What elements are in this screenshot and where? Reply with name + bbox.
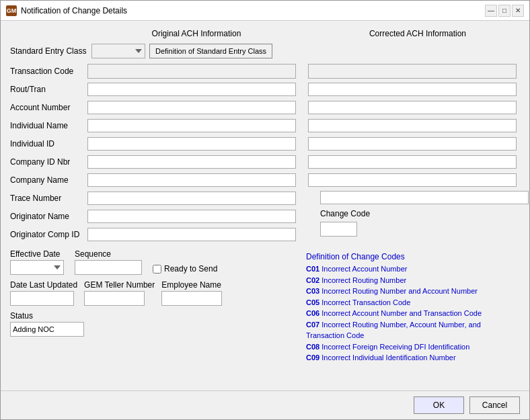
status-value: Adding NOC bbox=[10, 322, 84, 337]
date-last-updated-label: Date Last Updated bbox=[10, 280, 77, 290]
account-number-corr[interactable] bbox=[308, 101, 517, 114]
company-name-label: Company Name bbox=[10, 175, 87, 185]
date-gem-row: Date Last Updated GEM Teller Number Empl… bbox=[10, 280, 299, 306]
effective-date-dropdown[interactable] bbox=[10, 260, 64, 275]
definition-codes-section: Definition of Change Codes C01 Incorrect… bbox=[306, 249, 520, 364]
definition-code-item: C06 Incorrect Account Number and Transac… bbox=[306, 308, 520, 319]
change-code-section: Change Code bbox=[308, 191, 529, 237]
maximize-button[interactable]: □ bbox=[498, 5, 510, 17]
employee-name-label: Employee Name bbox=[161, 280, 222, 290]
change-code-label: Change Code bbox=[320, 209, 529, 218]
company-name-row: Company Name bbox=[10, 173, 520, 187]
company-name-orig[interactable] bbox=[87, 173, 296, 187]
originator-name-orig[interactable] bbox=[87, 210, 296, 223]
individual-id-orig[interactable] bbox=[87, 137, 296, 151]
change-code-input[interactable] bbox=[320, 222, 357, 237]
originator-comp-id-orig[interactable] bbox=[87, 228, 296, 241]
company-name-corr[interactable] bbox=[308, 173, 517, 187]
transaction-code-orig-wrap bbox=[87, 64, 296, 79]
definition-code-item: C01 Incorrect Account Number bbox=[306, 263, 520, 275]
date-last-updated-input[interactable] bbox=[10, 291, 74, 306]
title-controls: — □ ✕ bbox=[485, 5, 524, 17]
company-id-label: Company ID Nbr bbox=[10, 157, 87, 167]
account-number-orig[interactable] bbox=[87, 101, 296, 114]
trace-number-corr[interactable] bbox=[320, 191, 529, 204]
ok-button[interactable]: OK bbox=[414, 396, 464, 414]
definition-section: Definition of Change Codes C01 Incorrect… bbox=[306, 252, 520, 364]
gem-teller-label: GEM Teller Number bbox=[84, 280, 155, 290]
individual-name-row: Individual Name bbox=[10, 118, 520, 133]
originator-comp-id-label: Originator Comp ID bbox=[10, 230, 87, 239]
individual-id-corr[interactable] bbox=[308, 137, 517, 151]
company-id-row: Company ID Nbr bbox=[10, 155, 520, 169]
definition-code-item: C09 Incorrect Individual Identification … bbox=[306, 352, 520, 364]
status-group: Status Adding NOC bbox=[10, 311, 299, 337]
sequence-input[interactable] bbox=[75, 260, 142, 275]
standard-entry-class-row: Standard Entry Class Definition of Stand… bbox=[10, 44, 520, 58]
company-id-corr[interactable] bbox=[308, 155, 517, 169]
definition-code-item: C02 Incorrect Routing Number bbox=[306, 275, 520, 286]
trace-change-section: Trace Number Originator Name Originator … bbox=[10, 191, 520, 245]
rout-tran-label: Rout/Tran bbox=[10, 85, 87, 94]
originator-name-label: Originator Name bbox=[10, 212, 87, 221]
definition-code-item: C03 Incorrect Routing Number and Account… bbox=[306, 286, 520, 297]
section-headers: Original ACH Information Corrected ACH I… bbox=[10, 29, 520, 38]
individual-name-corr[interactable] bbox=[308, 119, 517, 132]
standard-entry-dropdown[interactable] bbox=[91, 44, 145, 58]
footer: OK Cancel bbox=[1, 390, 529, 419]
definition-code-item: C07 Incorrect Routing Number, Account Nu… bbox=[306, 319, 520, 341]
main-window: GM Notification of Change Details — □ ✕ … bbox=[0, 0, 530, 420]
close-button[interactable]: ✕ bbox=[512, 5, 524, 17]
main-content: Original ACH Information Corrected ACH I… bbox=[1, 21, 529, 390]
definition-code-item: C05 Incorrect Transaction Code bbox=[306, 297, 520, 308]
rout-tran-orig[interactable] bbox=[87, 83, 296, 96]
minimize-button[interactable]: — bbox=[485, 5, 497, 17]
cancel-button[interactable]: Cancel bbox=[469, 396, 520, 414]
gem-teller-input[interactable] bbox=[84, 291, 145, 306]
rout-tran-corr[interactable] bbox=[308, 83, 517, 96]
transaction-code-corr-wrap bbox=[308, 64, 517, 79]
bottom-left: Effective Date Sequence Ready to Send bbox=[10, 249, 299, 364]
originator-name-row: Originator Name bbox=[10, 209, 308, 224]
transaction-code-row: Transaction Code bbox=[10, 64, 520, 79]
change-code-group: Change Code bbox=[320, 209, 529, 237]
window-title: Notification of Change Details bbox=[21, 6, 127, 15]
definition-button[interactable]: Definition of Standard Entry Class bbox=[149, 44, 272, 58]
original-section-label: Original ACH Information bbox=[91, 29, 302, 38]
ready-to-send-wrap: Ready to Send bbox=[153, 264, 217, 275]
account-number-label: Account Number bbox=[10, 103, 87, 112]
change-code-spacer bbox=[320, 191, 529, 206]
rout-tran-row: Rout/Tran bbox=[10, 82, 520, 97]
standard-entry-label: Standard Entry Class bbox=[10, 46, 87, 56]
app-icon: GM bbox=[6, 5, 17, 16]
trace-number-label: Trace Number bbox=[10, 194, 87, 203]
individual-name-label: Individual Name bbox=[10, 121, 87, 130]
employee-name-group: Employee Name bbox=[161, 280, 222, 306]
transaction-code-label: Transaction Code bbox=[10, 67, 87, 76]
status-label: Status bbox=[10, 311, 299, 321]
individual-id-label: Individual ID bbox=[10, 139, 87, 149]
eff-seq-row: Effective Date Sequence Ready to Send bbox=[10, 249, 299, 275]
title-bar-left: GM Notification of Change Details bbox=[6, 5, 127, 16]
trace-number-row: Trace Number bbox=[10, 191, 308, 206]
sequence-group: Sequence bbox=[75, 249, 142, 275]
individual-name-orig[interactable] bbox=[87, 119, 296, 132]
sequence-label: Sequence bbox=[75, 249, 142, 259]
bottom-section: Effective Date Sequence Ready to Send bbox=[10, 249, 520, 364]
ready-to-send-checkbox[interactable] bbox=[153, 265, 161, 274]
employee-name-input[interactable] bbox=[161, 291, 222, 306]
trace-col: Trace Number Originator Name Originator … bbox=[10, 191, 308, 245]
def-items-container: C01 Incorrect Account NumberC02 Incorrec… bbox=[306, 263, 520, 364]
effective-date-label: Effective Date bbox=[10, 249, 64, 259]
company-id-orig[interactable] bbox=[87, 155, 296, 169]
trace-number-orig[interactable] bbox=[87, 192, 296, 205]
ready-to-send-label: Ready to Send bbox=[164, 264, 217, 274]
title-bar: GM Notification of Change Details — □ ✕ bbox=[1, 1, 529, 21]
def-codes-title: Definition of Change Codes bbox=[306, 252, 520, 261]
transaction-code-orig[interactable] bbox=[87, 64, 296, 79]
transaction-code-corr[interactable] bbox=[308, 64, 517, 79]
definition-code-item: C08 Incorrect Foreign Receiving DFI Iden… bbox=[306, 341, 520, 353]
originator-comp-id-row: Originator Comp ID bbox=[10, 227, 308, 242]
account-number-row: Account Number bbox=[10, 100, 520, 115]
gem-teller-group: GEM Teller Number bbox=[84, 280, 155, 306]
